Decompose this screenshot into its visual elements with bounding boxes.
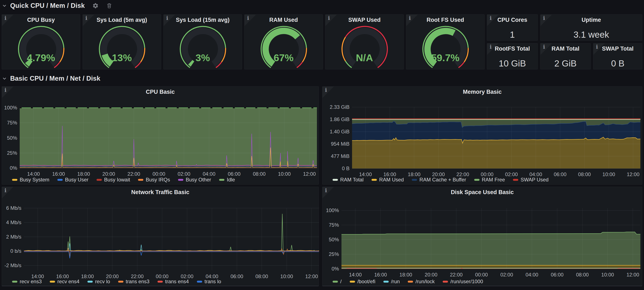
trash-icon[interactable] <box>106 3 112 9</box>
svg-text:75%: 75% <box>329 222 339 228</box>
legend-swatch <box>513 179 518 181</box>
panel-title[interactable]: CPU Cores <box>487 17 538 23</box>
legend-swatch <box>443 281 448 282</box>
svg-text:00:00: 00:00 <box>153 171 165 177</box>
svg-text:6 Mb/s: 6 Mb/s <box>6 205 22 211</box>
legend-item[interactable]: recv lo <box>88 278 110 284</box>
panel-title[interactable]: SWAP Total <box>594 46 642 52</box>
svg-text:16:00: 16:00 <box>384 172 396 177</box>
stat-value: 1 <box>487 30 538 40</box>
svg-text:22:00: 22:00 <box>128 171 140 177</box>
legend-label: RAM Cache + Buffer <box>420 177 466 183</box>
svg-text:18:00: 18:00 <box>408 172 420 177</box>
legend-swatch <box>12 281 17 282</box>
svg-text:02:00: 02:00 <box>178 171 190 177</box>
panel-title[interactable]: RootFS Total <box>487 46 538 52</box>
legend-label: trans lo <box>204 278 221 284</box>
svg-text:477 MiB: 477 MiB <box>331 153 350 159</box>
gauge-value: 4.79% <box>2 52 80 64</box>
legend-item[interactable]: RAM Free <box>474 177 505 183</box>
panel-swap-total: i SWAP Total 0 B <box>593 43 642 70</box>
grafana-dashboard: Quick CPU / Mem / Disk Basic CPU / Mem /… <box>0 0 644 290</box>
svg-text:10:00: 10:00 <box>280 274 293 279</box>
svg-text:0 b/s: 0 b/s <box>10 248 22 254</box>
legend-swatch <box>372 179 377 181</box>
legend-item[interactable]: Busy User <box>57 177 88 183</box>
panel-swap-used: i SWAP Used N/A <box>325 14 404 70</box>
legend-item[interactable]: / <box>332 278 342 284</box>
legend-item[interactable]: trans ens3 <box>118 278 150 284</box>
svg-text:20:00: 20:00 <box>106 274 119 279</box>
svg-text:04:00: 04:00 <box>203 171 216 177</box>
panel-memory-basic: i Memory Basic 0 B477 MiB954 MiB1.40 GiB… <box>322 86 642 184</box>
section-title[interactable]: Basic CPU / Mem / Net / Disk <box>10 75 100 82</box>
panel-root-fs-used: i Root FS Used 59.7% <box>406 14 484 70</box>
legend-item[interactable]: trans ens4 <box>158 278 189 284</box>
legend-swatch <box>384 281 389 282</box>
legend-label: recv ens3 <box>20 278 42 284</box>
legend-item[interactable]: RAM Used <box>372 177 404 183</box>
section-title[interactable]: Quick CPU / Mem / Disk <box>10 2 85 10</box>
legend-item[interactable]: RAM Total <box>332 177 364 183</box>
legend-item[interactable]: RAM Cache + Buffer <box>412 177 466 183</box>
legend-label: /run <box>391 278 400 284</box>
svg-text:16:00: 16:00 <box>52 171 65 177</box>
panel-uptime: i Uptime 3.1 week <box>540 14 642 41</box>
gear-icon[interactable] <box>92 2 99 9</box>
legend-item[interactable]: Busy IRQs <box>138 177 170 183</box>
legend-item[interactable]: /boot/efi <box>350 278 375 284</box>
row-header-quick[interactable]: Quick CPU / Mem / Disk <box>2 1 112 10</box>
panel-title[interactable]: RAM Total <box>540 46 590 52</box>
legend-label: Idle <box>227 177 235 183</box>
legend-item[interactable]: Busy Iowait <box>96 177 130 183</box>
gauge-value: N/A <box>326 52 404 64</box>
svg-text:14:00: 14:00 <box>349 272 362 278</box>
svg-text:0%: 0% <box>332 266 339 272</box>
svg-text:08:00: 08:00 <box>576 272 589 278</box>
legend-item[interactable]: SWAP Used <box>513 177 548 183</box>
legend-item[interactable]: Busy System <box>12 177 49 183</box>
legend-item[interactable]: trans lo <box>197 278 221 284</box>
gauge-value: 67% <box>244 52 323 64</box>
chevron-down-icon <box>2 76 7 81</box>
panel-title[interactable]: Uptime <box>540 17 642 23</box>
svg-text:2.33 GiB: 2.33 GiB <box>330 104 350 110</box>
legend-swatch <box>350 281 355 282</box>
svg-text:4 Mb/s: 4 Mb/s <box>6 220 22 225</box>
legend-item[interactable]: Idle <box>219 177 235 183</box>
row-header-basic[interactable]: Basic CPU / Mem / Net / Disk <box>2 74 100 84</box>
svg-text:22:00: 22:00 <box>131 274 144 279</box>
svg-text:20:00: 20:00 <box>432 172 445 177</box>
legend-label: RAM Free <box>482 177 505 183</box>
panel-cpu-basic: i CPU Basic 0%25%50%75%100%14:0016:0018:… <box>2 86 319 184</box>
legend-swatch <box>197 281 202 282</box>
legend-label: /run/lock <box>415 278 435 284</box>
legend-item[interactable]: /run/lock <box>408 278 435 284</box>
legend-item[interactable]: recv ens3 <box>12 278 42 284</box>
svg-text:02:00: 02:00 <box>180 274 193 279</box>
legend-item[interactable]: recv ens4 <box>50 278 80 284</box>
svg-text:12:00: 12:00 <box>627 172 639 177</box>
panel-cpu-busy: i CPU Busy 4.79% <box>2 14 80 70</box>
svg-text:18:00: 18:00 <box>77 171 90 177</box>
svg-text:04:00: 04:00 <box>526 272 538 278</box>
svg-text:25%: 25% <box>7 150 17 156</box>
legend-swatch <box>57 179 63 181</box>
legend-swatch <box>96 179 102 181</box>
legend-item[interactable]: Busy Other <box>178 177 211 183</box>
disk-space-legend: //boot/efi/run/run/lock/run/user/1000 <box>332 278 483 284</box>
gauge-value: 13% <box>83 52 161 64</box>
legend-swatch <box>412 179 417 181</box>
svg-text:22:00: 22:00 <box>456 172 469 177</box>
svg-text:50%: 50% <box>329 237 339 242</box>
svg-text:14:00: 14:00 <box>31 274 44 279</box>
legend-label: / <box>340 278 342 284</box>
legend-item[interactable]: /run <box>384 278 400 284</box>
svg-text:12:00: 12:00 <box>305 274 318 279</box>
svg-text:06:00: 06:00 <box>551 272 564 278</box>
legend-label: Busy IRQs <box>146 177 170 183</box>
svg-text:00:00: 00:00 <box>481 172 494 177</box>
svg-text:10:00: 10:00 <box>278 171 291 177</box>
legend-item[interactable]: /run/user/1000 <box>443 278 483 284</box>
svg-text:00:00: 00:00 <box>156 274 168 279</box>
